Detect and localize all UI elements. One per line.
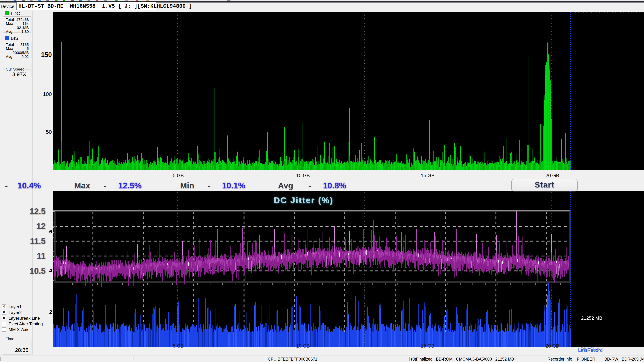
time-box: Time 28:35 [3,339,32,355]
jitter-avg-value: 10.8% [323,181,346,190]
bis-label: BIS [11,36,18,41]
toolbar-icon-fragment [46,0,49,2]
statusbar-segment-empty2 [133,357,266,361]
ldc-error-chart [53,12,644,170]
time-label: Time [5,337,15,341]
ldc-span-value: 321MB [17,26,29,30]
jitter-chart-title: DC Jitter (%) [249,196,358,205]
toolbar-icon-fragment [125,0,128,2]
toolbar-icon-fragment [71,0,74,2]
layerbreak-line-label: LayerBreak Line [8,316,40,321]
jitter-max-label: Max [74,181,90,190]
layer1-checkbox[interactable]: ✕ [2,304,6,309]
ldc-stats-box: Total472468 Max164 321MB Avg1.39 [3,16,32,32]
jitter-min-label: Min [180,181,194,190]
start-button[interactable]: Start [511,179,578,192]
toolbar-icon-fragment [22,0,25,2]
toolbar-icon-fragment [79,0,82,2]
mm-x-axis-checkbox[interactable] [2,327,6,332]
jitter-avg-dash: - [308,181,311,190]
ldc-avg-value: 1.39 [22,30,29,34]
toolbar-icon-fragment [30,0,32,2]
layer2-label: Layer2 [8,310,22,315]
written-size-annotation: 21252 MB [581,316,602,321]
toolbar-icon-fragment [38,0,41,2]
toolbar-icon-fragment [55,0,58,2]
device-select[interactable]: HL-DT-ST BD-RE WH16NS58 1.V5 [ J: ][SN:K… [16,2,156,10]
ldc-xtick-20gb: 20 GB [541,173,564,178]
jitter-cur-dash: - [5,181,8,190]
jitter-ytick-12-5: 12.5 [20,206,46,216]
bis-ytick-6: 6 [46,228,52,235]
ldc-total-label: Total [6,18,14,22]
bis-max-value: 5 [26,46,29,51]
toolbar-icon-fragment [96,0,98,2]
layerbreak-line-checkbox[interactable]: ✕ [2,316,6,320]
bis-ytick-4: 4 [46,268,52,274]
ldc-color-swatch [5,11,9,15]
jitter-min-value: 10.1% [222,181,245,190]
ldc-ytick-100: 100 [39,91,52,97]
bis-xtick-5gb: 5 GB [167,343,190,349]
last-record-legend: LastRecord [578,348,603,353]
jitter-min-dash: - [208,181,210,190]
bis-total-value: 8165 [20,42,29,47]
layer2-checkbox[interactable]: ✕ [2,310,6,314]
toolbar-icon-fragment [227,0,230,2]
jitter-ytick-11: 11 [20,251,46,261]
bis-stats-box: Total8165 Max5 20308MB Avg0.02 [3,41,32,58]
statusbar-media-info: (0)Finalized BD-ROM CMCMAG-BA5/000 21252… [410,357,545,361]
toolbar [0,0,644,2]
ldc-label: LDC [11,11,20,16]
bis-xtick-15gb: 15 GB [416,343,439,349]
ldc-max-value: 164 [22,22,29,26]
jitter-max-dash: - [104,181,106,190]
jitter-avg-label: Avg [278,181,293,190]
ldc-total-value: 472468 [16,18,29,22]
bis-span-value: 20308MB [13,50,29,55]
layer1-label: Layer1 [8,304,22,309]
cur-speed-box: Cur Speed 3.97X [3,69,32,78]
statusbar-recorder-info: Recorder info : PIONEER BD-RW BDR-205 JA… [546,357,644,361]
jitter-ytick-12: 12 [20,221,46,231]
device-label: Device: [1,4,16,9]
ldc-ytick-150: 150 [39,51,52,58]
bis-ytick-2: 2 [46,309,52,315]
jitter-cur-value: 10.4% [18,181,41,190]
toolbar-icon-fragment [115,0,118,2]
bis-avg-value: 0.02 [22,54,29,59]
bis-xtick-20gb: 20 GB [541,343,564,349]
jitter-max-value: 12.5% [118,181,142,190]
jitter-and-bis-chart [53,191,644,347]
bis-max-label: Max [6,46,13,51]
ldc-ytick-50: 50 [39,129,52,135]
ldc-max-label: Max [6,22,13,26]
ldc-xtick-10gb: 10 GB [291,173,314,178]
bis-xtick-10gb: 10 GB [291,343,314,349]
toolbar-icon-fragment [88,0,90,2]
app-window: Device: HL-DT-ST BD-RE WH16NS58 1.V5 [ J… [0,0,644,362]
jitter-ytick-11-5: 11.5 [20,236,46,246]
ldc-avg-label: Avg [6,30,12,34]
statusbar-divider [0,356,644,356]
mm-x-axis-label: MM X-Axis [8,327,29,332]
bis-avg-label: Avg [6,54,12,59]
toolbar-icon-fragment [136,0,138,2]
toolbar-icon-fragment [146,0,149,2]
time-value: 28:35 [15,347,28,353]
eject-after-testing-checkbox[interactable] [2,322,6,326]
eject-after-testing-label: Eject After Testing [8,322,43,326]
toolbar-icon-fragment [104,0,107,2]
bis-color-swatch [5,36,9,40]
jitter-ytick-10-5: 10.5 [20,266,46,276]
ldc-xtick-15gb: 15 GB [416,173,439,178]
statusbar-cpu: CPU:BFEBFBFF000B0671 [266,357,409,361]
bis-total-label: Total [6,42,14,47]
toolbar-icon-fragment [63,0,66,2]
cur-speed-label: Cur Speed [5,67,25,72]
cur-speed-value: 3.97X [12,71,26,77]
statusbar-segment-empty1 [0,357,132,361]
toolbar-icon-fragment [14,0,16,2]
ldc-xtick-5gb: 5 GB [167,173,190,178]
